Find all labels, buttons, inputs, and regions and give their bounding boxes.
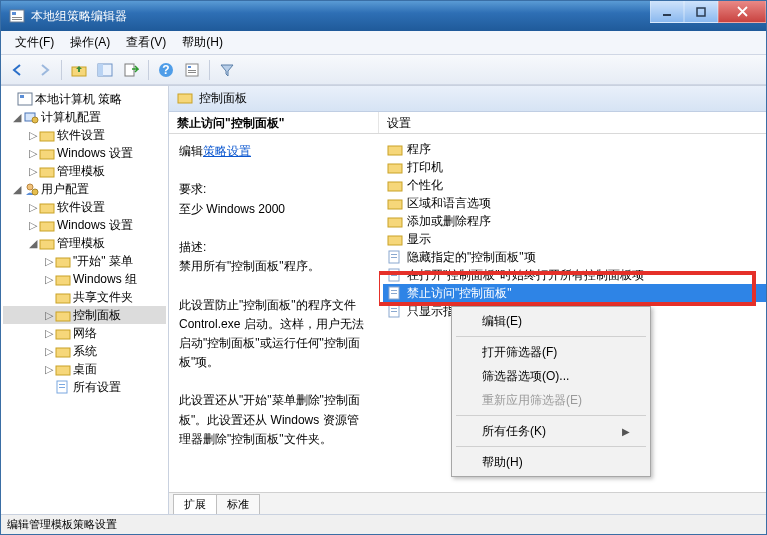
svg-rect-31 xyxy=(56,312,70,321)
tree-item[interactable]: 共享文件夹 xyxy=(3,288,166,306)
list-item[interactable]: 区域和语言选项 xyxy=(383,194,766,212)
forward-button[interactable] xyxy=(32,58,56,82)
svg-text:?: ? xyxy=(162,63,169,77)
pathbar-text: 控制面板 xyxy=(199,90,247,107)
svg-rect-55 xyxy=(391,308,397,309)
colhdr-right[interactable]: 设置 xyxy=(379,112,766,133)
show-hide-tree-button[interactable] xyxy=(93,58,117,82)
tree-item[interactable]: ▷软件设置 xyxy=(3,198,166,216)
content-area: 本地计算机 策略 ◢计算机配置 ▷软件设置 ▷Windows 设置 ▷管理模板 … xyxy=(1,85,766,514)
detail-description: 编辑策略设置 要求: 至少 Windows 2000 描述: 禁用所有"控制面板… xyxy=(169,134,379,492)
ctx-help[interactable]: 帮助(H) xyxy=(454,450,648,474)
policy-icon xyxy=(387,249,403,265)
folder-icon xyxy=(177,90,193,107)
list-item[interactable]: 隐藏指定的"控制面板"项 xyxy=(383,248,766,266)
window-title: 本地组策略编辑器 xyxy=(31,8,650,25)
svg-rect-8 xyxy=(98,64,103,76)
svg-rect-43 xyxy=(388,218,402,227)
context-menu: 编辑(E) 打开筛选器(F) 筛选器选项(O)... 重新应用筛选器(E) 所有… xyxy=(451,306,651,477)
svg-rect-34 xyxy=(56,366,70,375)
svg-rect-49 xyxy=(391,272,397,273)
tab-extended[interactable]: 扩展 xyxy=(173,494,217,514)
edit-policy-link[interactable]: 策略设置 xyxy=(203,144,251,158)
svg-rect-13 xyxy=(188,66,191,68)
svg-rect-26 xyxy=(40,222,54,231)
policy-icon xyxy=(387,285,403,301)
svg-rect-32 xyxy=(56,330,70,339)
list-item[interactable]: 添加或删除程序 xyxy=(383,212,766,230)
maximize-button[interactable] xyxy=(684,1,718,23)
right-panel: 控制面板 禁止访问"控制面板" 设置 编辑策略设置 要求: 至少 Windows… xyxy=(169,86,766,514)
tree-item-control-panel[interactable]: ▷控制面板 xyxy=(3,306,166,324)
up-button[interactable] xyxy=(67,58,91,82)
svg-rect-3 xyxy=(12,19,22,20)
list-item[interactable]: 程序 xyxy=(383,140,766,158)
ctx-filter-on[interactable]: 打开筛选器(F) xyxy=(454,340,648,364)
submenu-arrow-icon: ▶ xyxy=(622,426,630,437)
tree-item[interactable]: ▷Windows 设置 xyxy=(3,216,166,234)
list-item[interactable]: 显示 xyxy=(383,230,766,248)
list-item[interactable]: 在打开"控制面板"时始终打开所有控制面板项 xyxy=(383,266,766,284)
toolbar: ? xyxy=(1,55,766,85)
list-item-selected[interactable]: 禁止访问"控制面板" xyxy=(383,284,766,302)
ctx-filter-reset: 重新应用筛选器(E) xyxy=(454,388,648,412)
svg-rect-37 xyxy=(59,387,65,388)
app-window: 本地组策略编辑器 文件(F) 操作(A) 查看(V) 帮助(H) ? 本地计算机… xyxy=(0,0,767,535)
svg-rect-39 xyxy=(388,146,402,155)
svg-rect-27 xyxy=(40,240,54,249)
svg-rect-1 xyxy=(12,12,16,15)
toolbar-separator xyxy=(148,60,149,80)
svg-rect-44 xyxy=(388,236,402,245)
tree-item[interactable]: ▷软件设置 xyxy=(3,126,166,144)
menu-separator xyxy=(456,446,646,447)
tree-computer-config[interactable]: ◢计算机配置 xyxy=(3,108,166,126)
svg-rect-28 xyxy=(56,258,70,267)
tree-item[interactable]: 所有设置 xyxy=(3,378,166,396)
tree-item[interactable]: ▷Windows 组 xyxy=(3,270,166,288)
menu-view[interactable]: 查看(V) xyxy=(118,32,174,53)
list-item[interactable]: 打印机 xyxy=(383,158,766,176)
svg-rect-36 xyxy=(59,384,65,385)
tab-standard[interactable]: 标准 xyxy=(216,494,260,514)
tree-item[interactable]: ◢管理模板 xyxy=(3,234,166,252)
minimize-button[interactable] xyxy=(650,1,684,23)
tree-item[interactable]: ▷"开始" 菜单 xyxy=(3,252,166,270)
svg-rect-17 xyxy=(20,95,24,98)
tree-item[interactable]: ▷网络 xyxy=(3,324,166,342)
back-button[interactable] xyxy=(6,58,30,82)
list-item[interactable]: 个性化 xyxy=(383,176,766,194)
svg-point-19 xyxy=(32,117,38,123)
tree-item[interactable]: ▷Windows 设置 xyxy=(3,144,166,162)
ctx-filter-options[interactable]: 筛选器选项(O)... xyxy=(454,364,648,388)
statusbar: 编辑管理模板策略设置 xyxy=(1,514,766,534)
tree-root[interactable]: 本地计算机 策略 xyxy=(3,90,166,108)
svg-rect-29 xyxy=(56,276,70,285)
help-button[interactable]: ? xyxy=(154,58,178,82)
ctx-all-tasks[interactable]: 所有任务(K)▶ xyxy=(454,419,648,443)
svg-point-24 xyxy=(32,189,38,195)
svg-rect-5 xyxy=(697,8,705,16)
menubar: 文件(F) 操作(A) 查看(V) 帮助(H) xyxy=(1,31,766,55)
tree-panel[interactable]: 本地计算机 策略 ◢计算机配置 ▷软件设置 ▷Windows 设置 ▷管理模板 … xyxy=(1,86,169,514)
menu-file[interactable]: 文件(F) xyxy=(7,32,62,53)
svg-rect-33 xyxy=(56,348,70,357)
close-button[interactable] xyxy=(718,1,766,23)
menu-help[interactable]: 帮助(H) xyxy=(174,32,231,53)
window-buttons xyxy=(650,1,766,31)
export-button[interactable] xyxy=(119,58,143,82)
svg-rect-0 xyxy=(10,10,24,22)
titlebar: 本地组策略编辑器 xyxy=(1,1,766,31)
tree-item[interactable]: ▷桌面 xyxy=(3,360,166,378)
svg-rect-46 xyxy=(391,254,397,255)
svg-rect-50 xyxy=(391,275,397,276)
ctx-edit[interactable]: 编辑(E) xyxy=(454,309,648,333)
settings-list[interactable]: 程序 打印机 个性化 区域和语言选项 添加或删除程序 显示 隐藏指定的"控制面板… xyxy=(379,134,766,492)
menu-separator xyxy=(456,415,646,416)
properties-button[interactable] xyxy=(180,58,204,82)
tree-user-config[interactable]: ◢用户配置 xyxy=(3,180,166,198)
tree-item[interactable]: ▷管理模板 xyxy=(3,162,166,180)
tree-item[interactable]: ▷系统 xyxy=(3,342,166,360)
svg-rect-25 xyxy=(40,204,54,213)
filter-button[interactable] xyxy=(215,58,239,82)
menu-action[interactable]: 操作(A) xyxy=(62,32,118,53)
